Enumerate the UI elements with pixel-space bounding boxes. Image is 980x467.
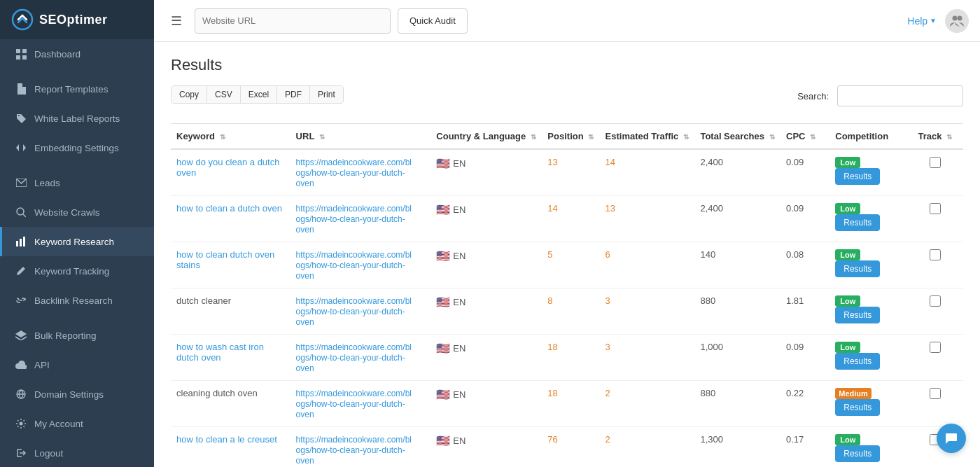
chat-button[interactable] [937,424,966,453]
sort-icon: ⇅ [946,133,952,141]
search-input[interactable] [837,85,963,106]
sidebar-item-label: Backlink Research [34,295,113,306]
user-avatar[interactable] [945,9,969,33]
search-icon [15,206,27,218]
sidebar-item-bulk-reporting[interactable]: Bulk Reporting [0,321,154,350]
competition-cell: Low Results [830,149,906,196]
csv-button[interactable]: CSV [207,86,241,103]
svg-rect-4 [22,55,27,60]
page-title: Results [171,56,963,74]
country-cell: 🇺🇸 EN [430,242,542,288]
track-cell [907,242,963,288]
competition-badge: Low [835,295,860,307]
svg-rect-2 [22,49,27,53]
track-cell [907,335,963,381]
cpc-cell: 0.08 [780,242,830,288]
track-checkbox[interactable] [930,388,941,399]
svg-point-12 [20,422,23,426]
keyword-link[interactable]: how to clean dutch oven stains [176,249,274,270]
sort-icon: ⇅ [810,133,816,141]
topbar: ☰ Quick Audit Help ▼ [154,0,980,42]
competition-badge: Low [835,342,860,353]
chat-icon [944,431,958,445]
position-cell: 18 [542,381,599,427]
track-checkbox[interactable] [930,342,941,353]
url-input[interactable] [195,8,391,34]
sidebar-item-website-crawls[interactable]: Website Crawls [0,197,154,227]
keyword-link[interactable]: how do you clean a dutch oven [176,157,279,178]
svg-rect-8 [16,241,18,246]
svg-rect-10 [23,237,25,246]
sidebar-item-dashboard[interactable]: Dashboard [0,39,154,69]
position-cell: 13 [542,149,599,196]
table-row: how to wash cast iron dutch ovenhttps://… [171,335,963,381]
svg-line-7 [23,214,26,217]
col-url[interactable]: URL ⇅ [290,124,431,150]
keyword-link[interactable]: how to clean a le creuset [176,434,277,445]
keyword-text: dutch cleaner [171,288,290,335]
quick-audit-button[interactable]: Quick Audit [398,8,468,34]
sidebar-item-my-account[interactable]: My Account [0,409,154,438]
menu-icon[interactable]: ☰ [165,11,188,32]
col-country-language[interactable]: Country & Language ⇅ [430,124,542,150]
table-row: how do you clean a dutch ovenhttps://mad… [171,149,963,196]
table-header-row: Keyword ⇅ URL ⇅ Country & Language ⇅ Pos… [171,124,963,150]
results-button[interactable]: Results [835,214,880,231]
logo[interactable]: SEOptimer [0,0,154,39]
print-button[interactable]: Print [310,86,343,103]
keyword-link[interactable]: how to wash cast iron dutch oven [176,342,264,363]
sidebar-item-report-templates[interactable]: Report Templates [0,74,154,104]
excel-button[interactable]: Excel [241,86,277,103]
results-button[interactable]: Results [835,260,880,277]
cpc-cell: 0.09 [780,335,830,381]
col-cpc[interactable]: CPC ⇅ [780,124,830,150]
sidebar-item-backlink-research[interactable]: Backlink Research [0,286,154,315]
track-checkbox[interactable] [930,203,941,214]
svg-point-0 [13,10,32,29]
results-button[interactable]: Results [835,307,880,323]
searches-cell: 2,400 [694,149,780,196]
competition-badge: Low [835,249,860,260]
col-total-searches[interactable]: Total Searches ⇅ [694,124,780,150]
sidebar-item-keyword-tracking[interactable]: Keyword Tracking [0,256,154,286]
results-button[interactable]: Results [835,168,880,185]
cpc-cell: 0.09 [780,149,830,196]
track-checkbox[interactable] [930,295,941,307]
sidebar-item-leads[interactable]: Leads [0,168,154,197]
col-keyword[interactable]: Keyword ⇅ [171,124,290,150]
sidebar-item-embedding[interactable]: Embedding Settings [0,133,154,162]
brand-name: SEOptimer [39,13,108,27]
col-competition[interactable]: Competition [830,124,906,150]
col-position[interactable]: Position ⇅ [542,124,599,150]
sidebar-item-label: Domain Settings [34,389,104,400]
sidebar-item-domain-settings[interactable]: Domain Settings [0,379,154,409]
track-cell [907,381,963,427]
sidebar-item-logout[interactable]: Logout [0,438,154,467]
sort-icon: ⇅ [220,133,225,141]
track-checkbox[interactable] [930,249,941,260]
competition-badge: Low [835,203,860,214]
keyword-link[interactable]: how to clean a dutch oven [176,203,282,214]
sidebar-item-label: White Label Reports [34,113,120,124]
sidebar-item-api[interactable]: API [0,350,154,379]
col-estimated-traffic[interactable]: Estimated Traffic ⇅ [600,124,695,150]
track-checkbox[interactable] [930,157,941,168]
position-cell: 76 [542,427,599,468]
searches-cell: 140 [694,242,780,288]
copy-button[interactable]: Copy [172,86,207,103]
flag-cell: 🇺🇸 EN [436,434,536,447]
help-button[interactable]: Help ▼ [907,15,937,27]
competition-cell: Medium Results [830,381,906,427]
cpc-cell: 0.09 [780,196,830,242]
competition-cell: Low Results [830,196,906,242]
col-track[interactable]: Track ⇅ [907,124,963,150]
results-button[interactable]: Results [835,445,880,462]
chevron-down-icon: ▼ [930,17,937,25]
sidebar-item-keyword-research[interactable]: Keyword Research [0,227,154,256]
results-button[interactable]: Results [835,399,880,416]
sidebar-item-white-label[interactable]: White Label Reports [0,104,154,133]
results-button[interactable]: Results [835,353,880,370]
pdf-button[interactable]: PDF [277,86,310,103]
sort-icon: ⇅ [588,133,594,141]
position-cell: 14 [542,196,599,242]
